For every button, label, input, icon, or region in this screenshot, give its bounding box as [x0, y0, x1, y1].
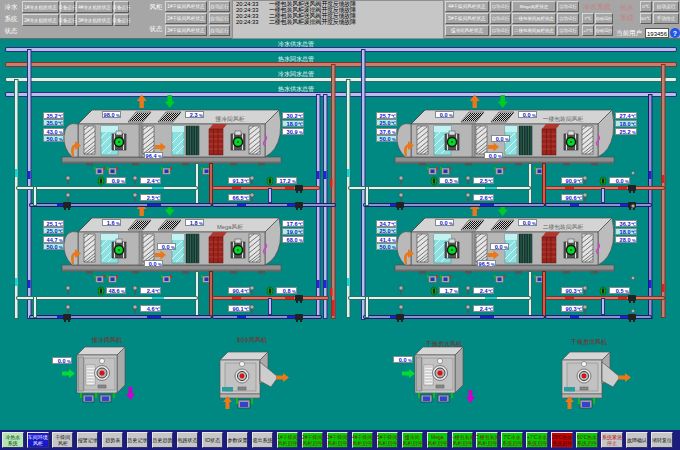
svg-text:℃: ℃	[244, 289, 249, 294]
svg-text:冷水系统: 冷水系统	[583, 3, 611, 11]
svg-text:50.0: 50.0	[47, 136, 58, 142]
svg-text:二楼包装间风柜状态: 二楼包装间风柜状态	[514, 28, 554, 34]
svg-text:2#冷水机组状态: 2#冷水机组状态	[24, 18, 57, 23]
svg-text:43.0: 43.0	[47, 129, 58, 135]
svg-text:90.9: 90.9	[566, 178, 577, 184]
svg-text:℃: ℃	[391, 222, 396, 227]
svg-text:%: %	[491, 262, 495, 267]
svg-text:风柜启停: 风柜启停	[377, 440, 397, 447]
svg-text:堵转复位: 堵转复位	[651, 437, 672, 444]
svg-text:%: %	[392, 137, 396, 142]
svg-text:%: %	[392, 245, 396, 250]
svg-text:冷水: 冷水	[5, 3, 19, 10]
svg-text:℃: ℃	[631, 122, 636, 127]
svg-text:自动运行: 自动运行	[210, 16, 229, 21]
svg-text:28.0: 28.0	[620, 237, 631, 243]
svg-text:90.4: 90.4	[233, 288, 245, 294]
svg-text:趋势表: 趋势表	[105, 437, 120, 444]
svg-text:3#冷水机组状态: 3#冷水机组状态	[78, 18, 111, 23]
svg-text:48.6: 48.6	[109, 288, 120, 294]
svg-text:25℃热水: 25℃热水	[552, 434, 572, 440]
svg-text:19.0: 19.0	[287, 229, 298, 235]
svg-text:90.3: 90.3	[566, 288, 577, 294]
svg-text:慢冷间风机: 慢冷间风机	[91, 336, 122, 344]
svg-text:%: %	[505, 137, 509, 142]
svg-text:%: %	[299, 238, 303, 243]
svg-text:设备运行: 设备运行	[58, 4, 77, 10]
svg-text:0.0: 0.0	[162, 244, 170, 250]
svg-text:℃: ℃	[155, 289, 160, 294]
svg-text:Mega: Mega	[431, 434, 444, 440]
svg-text:系统启停: 系统启停	[502, 440, 522, 447]
svg-text:自动运行: 自动运行	[596, 28, 613, 34]
svg-text:5#干燥间风柜状态: 5#干燥间风柜状态	[448, 15, 486, 22]
svg-text:℃: ℃	[391, 229, 396, 234]
svg-text:?: ?	[673, 30, 677, 37]
svg-text:0.0: 0.0	[495, 244, 503, 250]
svg-text:℃: ℃	[488, 307, 493, 312]
svg-text:风柜启停: 风柜启停	[277, 440, 297, 447]
svg-text:20:24:33: 20:24:33	[236, 13, 259, 19]
svg-text:慢冷间风柜状态: 慢冷间风柜状态	[450, 27, 484, 34]
svg-text:96.5: 96.5	[479, 261, 490, 267]
svg-text:冷水回水总管: 冷水回水总管	[278, 70, 314, 78]
svg-text:%: %	[498, 154, 502, 159]
svg-text:℃: ℃	[488, 179, 493, 184]
svg-text:风柜: 风柜	[58, 440, 68, 446]
svg-text:二楼包装间风柜: 二楼包装间风柜	[543, 224, 584, 231]
svg-text:状态: 状态	[4, 27, 19, 34]
svg-text:%: %	[158, 262, 162, 267]
svg-text:25.7: 25.7	[380, 113, 391, 119]
svg-text:停止: 停止	[606, 440, 617, 447]
svg-text:制冷间风机: 制冷间风机	[237, 337, 267, 344]
svg-text:90.6: 90.6	[566, 195, 577, 201]
svg-text:风柜启停: 风柜启停	[452, 440, 472, 447]
svg-text:%: %	[532, 113, 536, 118]
svg-text:风柜启停: 风柜启停	[327, 440, 347, 447]
svg-text:0.0: 0.0	[616, 178, 624, 184]
svg-text:℃: ℃	[391, 114, 396, 119]
svg-text:当前用户: 当前用户	[616, 29, 642, 37]
svg-text:IO状态: IO状态	[205, 437, 220, 443]
svg-text:电路状态: 电路状态	[178, 437, 198, 443]
svg-text:96.4: 96.4	[146, 153, 158, 159]
svg-text:℃: ℃	[488, 196, 493, 201]
svg-text:60℃热水: 60℃热水	[577, 434, 597, 440]
svg-text:℃: ℃	[631, 222, 636, 227]
svg-text:+7℃: +7℃	[583, 28, 593, 33]
svg-text:35.0: 35.0	[47, 120, 58, 126]
svg-text:1.8: 1.8	[190, 220, 198, 226]
svg-text:干燥房排风机: 干燥房排风机	[570, 338, 607, 345]
svg-text:设备运行: 设备运行	[112, 17, 131, 23]
svg-text:50.0: 50.0	[47, 244, 58, 250]
svg-text:℃: ℃	[577, 196, 582, 201]
svg-text:系统: 系统	[620, 14, 634, 22]
svg-text:25.0: 25.0	[47, 228, 58, 234]
svg-text:30.2: 30.2	[287, 113, 298, 119]
svg-text:%: %	[632, 130, 636, 135]
svg-text:0.8: 0.8	[283, 288, 291, 294]
svg-text:风柜启停: 风柜启停	[402, 440, 422, 447]
svg-text:℃: ℃	[298, 222, 303, 227]
svg-text:%: %	[121, 179, 125, 184]
svg-text:℃: ℃	[58, 121, 63, 126]
svg-text:%: %	[199, 113, 203, 118]
svg-text:17.2: 17.2	[280, 178, 291, 184]
svg-text:手动停止: 手动停止	[656, 15, 675, 22]
svg-text:%: %	[454, 289, 458, 294]
svg-text:0.0: 0.0	[496, 136, 504, 142]
svg-text:2#干燥间风柜状态: 2#干燥间风柜状态	[167, 15, 205, 22]
svg-text:4#干燥间风柜状态: 4#干燥间风柜状态	[448, 3, 486, 10]
svg-text:历史记录: 历史记录	[127, 437, 148, 444]
svg-text:%: %	[158, 154, 162, 159]
svg-text:报警记录: 报警记录	[78, 437, 98, 444]
svg-text:℃: ℃	[58, 222, 63, 227]
svg-text:0.0: 0.0	[440, 220, 448, 226]
svg-text:+7℃冷水: +7℃冷水	[527, 434, 547, 440]
svg-text:0.5: 0.5	[616, 288, 624, 294]
svg-text:一楼包装间风柜状态: 一楼包装间风柜状态	[514, 16, 554, 22]
svg-text:%: %	[392, 238, 396, 243]
svg-text:60℃: 60℃	[641, 16, 651, 21]
svg-text:风柜: 风柜	[150, 3, 164, 10]
svg-text:37.6: 37.6	[380, 129, 391, 135]
